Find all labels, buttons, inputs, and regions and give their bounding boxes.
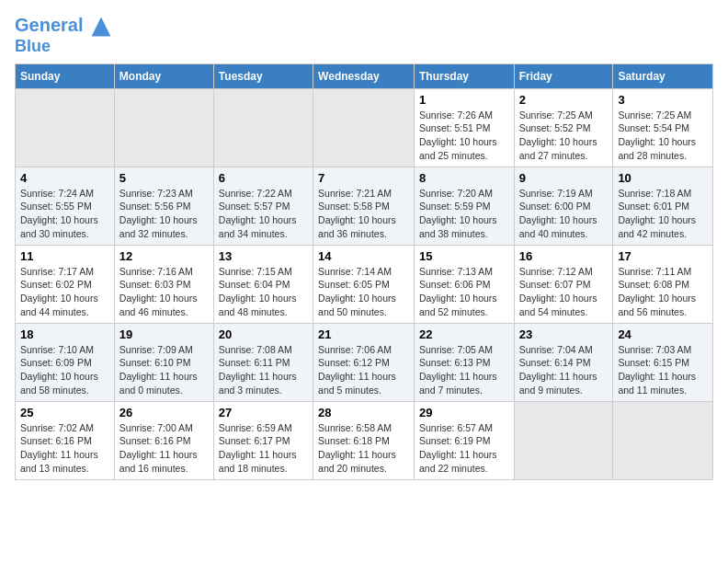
- calendar-cell: 23Sunrise: 7:04 AMSunset: 6:14 PMDayligh…: [514, 323, 613, 401]
- calendar-week-row: 1Sunrise: 7:26 AMSunset: 5:51 PMDaylight…: [16, 88, 713, 167]
- day-number: 1: [419, 93, 509, 107]
- day-number: 15: [419, 249, 509, 263]
- day-info: Sunrise: 7:19 AMSunset: 6:00 PMDaylight:…: [519, 187, 609, 241]
- header-day-tuesday: Tuesday: [213, 63, 313, 88]
- calendar-cell: 11Sunrise: 7:17 AMSunset: 6:02 PMDayligh…: [16, 245, 115, 323]
- calendar-cell: 10Sunrise: 7:18 AMSunset: 6:01 PMDayligh…: [613, 167, 713, 245]
- calendar-cell: 26Sunrise: 7:00 AMSunset: 6:16 PMDayligh…: [114, 401, 213, 479]
- day-number: 26: [119, 406, 209, 419]
- day-number: 6: [219, 171, 308, 185]
- calendar-cell: 22Sunrise: 7:05 AMSunset: 6:13 PMDayligh…: [414, 323, 514, 401]
- day-number: 16: [519, 249, 609, 263]
- calendar-cell: 5Sunrise: 7:23 AMSunset: 5:56 PMDaylight…: [114, 167, 213, 245]
- calendar-cell: 14Sunrise: 7:14 AMSunset: 6:05 PMDayligh…: [313, 245, 415, 323]
- calendar-cell: 21Sunrise: 7:06 AMSunset: 6:12 PMDayligh…: [313, 323, 415, 401]
- logo-line2: Blue: [15, 38, 112, 56]
- day-info: Sunrise: 7:00 AMSunset: 6:16 PMDaylight:…: [119, 421, 209, 476]
- header-day-wednesday: Wednesday: [313, 63, 415, 88]
- day-info: Sunrise: 7:17 AMSunset: 6:02 PMDaylight:…: [20, 265, 109, 319]
- day-number: 4: [20, 171, 109, 185]
- calendar-table: SundayMondayTuesdayWednesdayThursdayFrid…: [15, 63, 713, 480]
- day-info: Sunrise: 7:25 AMSunset: 5:52 PMDaylight:…: [519, 109, 609, 163]
- calendar-cell: 29Sunrise: 6:57 AMSunset: 6:19 PMDayligh…: [414, 401, 514, 479]
- calendar-cell: 16Sunrise: 7:12 AMSunset: 6:07 PMDayligh…: [514, 245, 613, 323]
- calendar-week-row: 11Sunrise: 7:17 AMSunset: 6:02 PMDayligh…: [16, 245, 713, 323]
- day-info: Sunrise: 6:59 AMSunset: 6:17 PMDaylight:…: [219, 421, 308, 476]
- day-info: Sunrise: 7:22 AMSunset: 5:57 PMDaylight:…: [219, 187, 308, 241]
- day-info: Sunrise: 7:18 AMSunset: 6:01 PMDaylight:…: [618, 187, 708, 241]
- day-info: Sunrise: 7:02 AMSunset: 6:16 PMDaylight:…: [20, 421, 109, 476]
- calendar-week-row: 4Sunrise: 7:24 AMSunset: 5:55 PMDaylight…: [16, 167, 713, 245]
- calendar-cell: 8Sunrise: 7:20 AMSunset: 5:59 PMDaylight…: [414, 167, 514, 245]
- header-day-friday: Friday: [514, 63, 613, 88]
- calendar-cell: 25Sunrise: 7:02 AMSunset: 6:16 PMDayligh…: [16, 401, 115, 479]
- day-info: Sunrise: 7:14 AMSunset: 6:05 PMDaylight:…: [318, 265, 409, 319]
- logo: General Blue: [15, 15, 112, 56]
- calendar-cell: [613, 401, 713, 479]
- calendar-week-row: 25Sunrise: 7:02 AMSunset: 6:16 PMDayligh…: [16, 401, 713, 479]
- day-info: Sunrise: 6:58 AMSunset: 6:18 PMDaylight:…: [318, 421, 409, 476]
- day-info: Sunrise: 7:05 AMSunset: 6:13 PMDaylight:…: [419, 343, 509, 397]
- calendar-cell: 18Sunrise: 7:10 AMSunset: 6:09 PMDayligh…: [16, 323, 115, 401]
- calendar-cell: [213, 88, 313, 167]
- day-number: 22: [419, 327, 509, 341]
- day-number: 27: [219, 406, 308, 419]
- calendar-cell: 9Sunrise: 7:19 AMSunset: 6:00 PMDaylight…: [514, 167, 613, 245]
- calendar-header-row: SundayMondayTuesdayWednesdayThursdayFrid…: [16, 63, 713, 88]
- day-info: Sunrise: 7:25 AMSunset: 5:54 PMDaylight:…: [618, 109, 708, 163]
- calendar-cell: 19Sunrise: 7:09 AMSunset: 6:10 PMDayligh…: [114, 323, 213, 401]
- calendar-cell: 15Sunrise: 7:13 AMSunset: 6:06 PMDayligh…: [414, 245, 514, 323]
- day-info: Sunrise: 7:13 AMSunset: 6:06 PMDaylight:…: [419, 265, 509, 319]
- day-number: 14: [318, 249, 409, 263]
- calendar-cell: 4Sunrise: 7:24 AMSunset: 5:55 PMDaylight…: [16, 167, 115, 245]
- day-number: 5: [119, 171, 209, 185]
- day-info: Sunrise: 7:15 AMSunset: 6:04 PMDaylight:…: [219, 265, 308, 319]
- calendar-cell: 6Sunrise: 7:22 AMSunset: 5:57 PMDaylight…: [213, 167, 313, 245]
- day-info: Sunrise: 7:06 AMSunset: 6:12 PMDaylight:…: [318, 343, 409, 397]
- day-number: 11: [20, 249, 109, 263]
- calendar-cell: 1Sunrise: 7:26 AMSunset: 5:51 PMDaylight…: [414, 88, 514, 167]
- header-day-thursday: Thursday: [414, 63, 514, 88]
- day-info: Sunrise: 7:10 AMSunset: 6:09 PMDaylight:…: [20, 343, 109, 397]
- day-info: Sunrise: 7:23 AMSunset: 5:56 PMDaylight:…: [119, 187, 209, 241]
- header-day-saturday: Saturday: [613, 63, 713, 88]
- calendar-cell: 13Sunrise: 7:15 AMSunset: 6:04 PMDayligh…: [213, 245, 313, 323]
- calendar-cell: 3Sunrise: 7:25 AMSunset: 5:54 PMDaylight…: [613, 88, 713, 167]
- day-number: 17: [618, 249, 708, 263]
- day-number: 7: [318, 171, 409, 185]
- day-number: 2: [519, 93, 609, 107]
- day-number: 28: [318, 406, 409, 419]
- calendar-cell: 17Sunrise: 7:11 AMSunset: 6:08 PMDayligh…: [613, 245, 713, 323]
- calendar-cell: 27Sunrise: 6:59 AMSunset: 6:17 PMDayligh…: [213, 401, 313, 479]
- header-day-monday: Monday: [114, 63, 213, 88]
- day-number: 19: [119, 327, 209, 341]
- calendar-cell: [313, 88, 415, 167]
- day-number: 12: [119, 249, 209, 263]
- svg-marker-0: [92, 17, 111, 36]
- calendar-cell: 7Sunrise: 7:21 AMSunset: 5:58 PMDaylight…: [313, 167, 415, 245]
- day-info: Sunrise: 7:08 AMSunset: 6:11 PMDaylight:…: [219, 343, 308, 397]
- calendar-cell: [16, 88, 115, 167]
- day-number: 25: [20, 406, 109, 419]
- day-info: Sunrise: 7:21 AMSunset: 5:58 PMDaylight:…: [318, 187, 409, 241]
- calendar-cell: 12Sunrise: 7:16 AMSunset: 6:03 PMDayligh…: [114, 245, 213, 323]
- calendar-cell: [114, 88, 213, 167]
- day-info: Sunrise: 7:16 AMSunset: 6:03 PMDaylight:…: [119, 265, 209, 319]
- day-number: 3: [618, 93, 708, 107]
- calendar-cell: 28Sunrise: 6:58 AMSunset: 6:18 PMDayligh…: [313, 401, 415, 479]
- day-info: Sunrise: 7:12 AMSunset: 6:07 PMDaylight:…: [519, 265, 609, 319]
- day-info: Sunrise: 7:09 AMSunset: 6:10 PMDaylight:…: [119, 343, 209, 397]
- day-number: 10: [618, 171, 708, 185]
- header-day-sunday: Sunday: [16, 63, 115, 88]
- day-number: 9: [519, 171, 609, 185]
- day-number: 23: [519, 327, 609, 341]
- day-number: 13: [219, 249, 308, 263]
- calendar-cell: 20Sunrise: 7:08 AMSunset: 6:11 PMDayligh…: [213, 323, 313, 401]
- day-info: Sunrise: 7:26 AMSunset: 5:51 PMDaylight:…: [419, 109, 509, 163]
- logo-text: General: [15, 15, 112, 38]
- day-info: Sunrise: 7:03 AMSunset: 6:15 PMDaylight:…: [618, 343, 708, 397]
- day-number: 24: [618, 327, 708, 341]
- header: General Blue: [15, 15, 713, 56]
- day-number: 20: [219, 327, 308, 341]
- day-info: Sunrise: 7:20 AMSunset: 5:59 PMDaylight:…: [419, 187, 509, 241]
